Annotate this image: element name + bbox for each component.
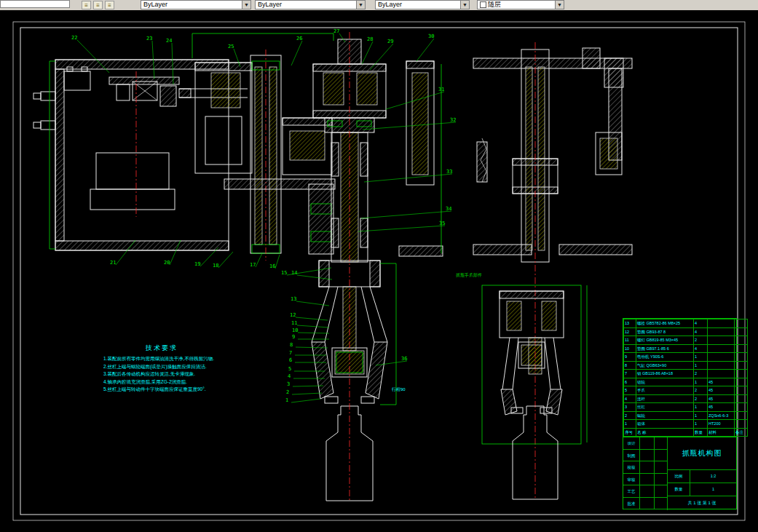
signature-cell (640, 485, 655, 497)
date-cell (655, 450, 667, 461)
layers-icon[interactable]: ≡ (82, 1, 91, 9)
dropdown-value: ByLayer (378, 1, 402, 8)
date-cell (655, 498, 667, 509)
part-callout-22: 22 (71, 35, 77, 41)
right-assembly-view (473, 42, 632, 499)
sheet-info: 共 1 张 第 1 张 (668, 496, 736, 510)
color-dropdown[interactable]: 随层▼ (477, 0, 564, 9)
signature-cell (640, 498, 655, 509)
parts-row-cell: 6 (624, 378, 636, 386)
parts-row-cell: 2 (624, 411, 636, 420)
parts-row-cell (735, 370, 748, 378)
parts-row-cell: 螺钉 GB819-85 M3×45 (636, 336, 694, 345)
parts-row-cell (708, 353, 735, 362)
part-callout-7: 7 (289, 350, 292, 356)
bylayer-dropdown-3[interactable]: ByLayer▼ (375, 0, 470, 9)
color-swatch (480, 1, 486, 8)
part-callout-25: 25 (228, 44, 234, 49)
part-callout-10: 10 (292, 327, 298, 333)
part-callout-36: 36 (401, 356, 407, 362)
part-callout-6: 6 (289, 357, 292, 363)
parts-row-cell: 气缸 QGB63×90 (636, 361, 694, 370)
part-callout-34: 34 (446, 206, 451, 212)
parts-row: 7销 GB119-86 A8×182 (624, 370, 748, 378)
parts-row: 1箱体1HT200 (624, 420, 748, 429)
parts-row-cell: 1 (694, 378, 708, 386)
signature-row: 审核 (623, 474, 667, 486)
signature-row: 批准 (623, 498, 667, 510)
chevron-down-icon[interactable]: ▼ (460, 1, 469, 9)
parts-row: 6链轮145 (624, 378, 748, 386)
parts-row-cell: 丝杠 (636, 403, 694, 412)
parts-row-cell: 1 (694, 361, 708, 370)
parts-row-cell: 链轮 (636, 378, 694, 386)
parts-header-cell: 备注 (735, 428, 748, 437)
signature-label: 制图 (623, 450, 640, 461)
bylayer-dropdown-1[interactable]: ByLayer▼ (141, 0, 251, 9)
chevron-down-icon[interactable]: ▼ (242, 1, 250, 9)
parts-row: 4连杆245 (624, 394, 748, 403)
part-callout-33: 33 (446, 169, 452, 175)
title-block: 13螺栓 GB5782-86 M8×25412垫圈 GB93-87 8411螺钉… (623, 318, 737, 509)
center-spindle-view (312, 32, 443, 501)
parts-row-cell (708, 336, 735, 345)
part-callout-12: 12 (290, 312, 296, 318)
tech-requirements: 技术要求 1.装配前所有零件均需用煤油清洗干净,不得残留污物.2.丝杠上端与蜗轮… (103, 344, 260, 394)
layer-states-icon[interactable]: ≡ (93, 1, 103, 9)
signature-row: 制图 (623, 450, 667, 462)
parts-row-cell (735, 319, 748, 328)
parts-row-cell: ZQSn6-6-3 (708, 411, 735, 420)
signature-label: 批准 (623, 498, 640, 509)
dropdown-value: ByLayer (258, 1, 282, 8)
parts-row-cell: 4 (624, 394, 636, 403)
parts-row-cell (735, 327, 748, 336)
parts-header-cell: 材料 (708, 428, 735, 437)
parts-row-cell: 4 (694, 319, 708, 328)
chevron-down-icon[interactable]: ▼ (555, 1, 564, 9)
parts-row-cell (735, 361, 748, 370)
parts-row-cell (735, 420, 748, 429)
parts-row-cell: 7 (624, 370, 636, 378)
parts-row-cell: 1 (694, 411, 708, 420)
scale-label: 比例 (668, 470, 690, 483)
part-callout-26: 26 (296, 36, 302, 41)
part-callout-17: 17 (250, 262, 256, 268)
parts-row-cell: 2 (694, 394, 708, 403)
part-callout-30: 30 (428, 33, 434, 39)
qty-row: 数量1 (668, 483, 736, 496)
signature-row: 设计 (623, 437, 667, 450)
parts-row-cell: 手爪 (636, 386, 694, 395)
part-callout-27: 27 (333, 28, 339, 34)
tech-requirements-title: 技术要求 (146, 344, 260, 353)
date-cell (655, 485, 667, 497)
part-callout-15: 15 (281, 270, 287, 276)
tech-requirement-line-2: 2.丝杠上端与蜗轮端面(或垫片)接触面应保持清洁. (103, 363, 260, 371)
parts-row-cell: 10 (624, 344, 636, 353)
dropdown-value: ByLayer (143, 1, 167, 8)
object-properties-toolbar: ≡≡≡ ByLayer▼ByLayer▼ByLayer▼随层▼ (0, 0, 758, 11)
chevron-down-icon[interactable]: ▼ (356, 1, 365, 9)
signature-label: 设计 (623, 437, 640, 449)
parts-row: 2蜗轮1ZQSn6-6-3 (624, 411, 748, 420)
parts-row-cell: 电动机 Y90S-6 (636, 353, 694, 362)
parts-row-cell: 13 (624, 319, 636, 328)
parts-row-cell: HT200 (708, 420, 735, 429)
mid-gearbox-view (195, 49, 335, 261)
parts-row: 10垫圈 GB97.1-85 64 (624, 344, 748, 353)
parts-row: 12垫圈 GB93-87 84 (624, 327, 748, 336)
parts-row: 11螺钉 GB819-85 M3×452 (624, 336, 748, 345)
parts-row-cell (735, 344, 748, 353)
tech-requirement-line-4: 4.轴承内腔填充润滑脂,采用ZG-2润滑脂. (103, 378, 260, 386)
part-callout-32: 32 (450, 117, 456, 123)
date-cell (655, 474, 667, 485)
part-callout-28: 28 (367, 36, 373, 42)
part-callout-31: 31 (438, 87, 444, 92)
parts-row-cell: 垫圈 GB97.1-85 6 (636, 344, 694, 353)
part-callout-9: 9 (292, 334, 295, 340)
make-layer-current-icon[interactable]: ≡ (105, 1, 114, 9)
part-callout-20: 20 (164, 260, 170, 266)
part-callout-1: 1 (285, 397, 288, 403)
parts-row: 9电动机 Y90S-61 (624, 353, 748, 362)
drawing-canvas[interactable]: 2223242526272829303132333435362120191817… (0, 10, 758, 532)
bylayer-dropdown-2[interactable]: ByLayer▼ (255, 0, 366, 9)
